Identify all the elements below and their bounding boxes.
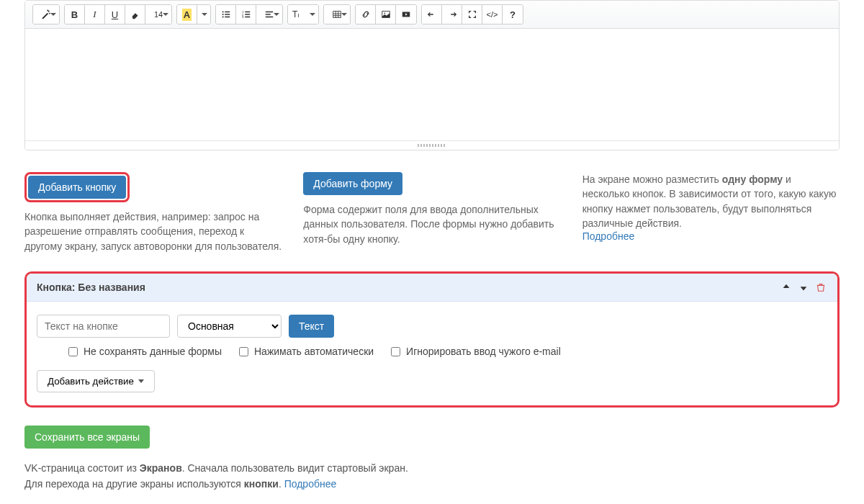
ul-icon[interactable] [216, 5, 236, 24]
fontsize-dropdown[interactable]: 14 [145, 5, 171, 24]
align-icon[interactable] [256, 5, 282, 24]
fontcolor-icon[interactable]: A [177, 5, 197, 24]
svg-point-2 [222, 16, 223, 17]
info-more-link[interactable]: Подробнее [582, 230, 635, 242]
footer-more-link[interactable]: Подробнее [284, 478, 337, 490]
svg-text:3: 3 [241, 15, 243, 19]
button-style-select[interactable]: Основная [177, 315, 282, 338]
button-title-prefix: Кнопка: [37, 282, 78, 293]
table-icon[interactable] [324, 5, 350, 24]
chk-no-save[interactable]: Не сохранять данные формы [66, 345, 222, 359]
toolbar: B I U 14 A 123 TI </> [25, 1, 839, 29]
add-form-button[interactable]: Добавить форму [303, 172, 402, 195]
footer-note: VK-страница состоит из Экранов. Сначала … [24, 460, 840, 492]
bold-icon[interactable]: B [65, 5, 85, 24]
add-button-desc: Кнопка выполняет действия, например: зап… [24, 210, 282, 253]
undo-icon[interactable] [422, 5, 442, 24]
link-icon[interactable] [356, 5, 376, 24]
add-action-dropdown[interactable]: Добавить действие [37, 370, 155, 392]
save-all-button[interactable]: Сохранить все экраны [24, 426, 150, 449]
resize-handle[interactable] [25, 140, 839, 150]
add-button-highlight: Добавить кнопку [24, 172, 130, 202]
video-icon[interactable] [396, 5, 416, 24]
button-panel-header: Кнопка: Без названия [27, 274, 837, 302]
format-icon[interactable]: TI [288, 5, 318, 24]
redo-icon[interactable] [442, 5, 462, 24]
text-button[interactable]: Текст [289, 315, 334, 338]
button-config-panel: Кнопка: Без названия Основная Текст Не с… [24, 271, 840, 408]
svg-point-8 [384, 12, 385, 14]
underline-icon[interactable]: U [105, 5, 125, 24]
info-text: На экране можно разместить одну форму и … [582, 172, 840, 230]
chk-auto-press[interactable]: Нажимать автоматически [236, 345, 374, 359]
move-up-icon[interactable] [780, 281, 793, 294]
add-form-desc: Форма содержит поля для ввода дополнител… [303, 202, 560, 246]
eraser-icon[interactable] [125, 5, 145, 24]
svg-point-0 [222, 11, 223, 12]
delete-icon[interactable] [814, 281, 827, 294]
move-down-icon[interactable] [797, 281, 810, 294]
fontcolor-dropdown[interactable] [197, 5, 210, 24]
add-button[interactable]: Добавить кнопку [28, 176, 126, 199]
button-title-name: Без названия [78, 282, 145, 293]
svg-rect-6 [333, 12, 341, 18]
editor-panel: B I U 14 A 123 TI </> [24, 0, 840, 150]
chk-ignore-email[interactable]: Игнорировать ввод чужого e-mail [388, 345, 561, 359]
editor-textarea[interactable] [25, 29, 839, 140]
fullscreen-icon[interactable] [462, 5, 482, 24]
image-icon[interactable] [376, 5, 396, 24]
magic-icon[interactable] [33, 5, 59, 24]
fontsize-label: 14 [154, 10, 163, 19]
ol-icon[interactable]: 123 [236, 5, 256, 24]
italic-icon[interactable]: I [85, 5, 105, 24]
help-icon[interactable]: ? [503, 5, 523, 24]
svg-point-1 [222, 14, 223, 15]
button-text-input[interactable] [37, 315, 170, 338]
code-icon[interactable]: </> [482, 5, 503, 24]
